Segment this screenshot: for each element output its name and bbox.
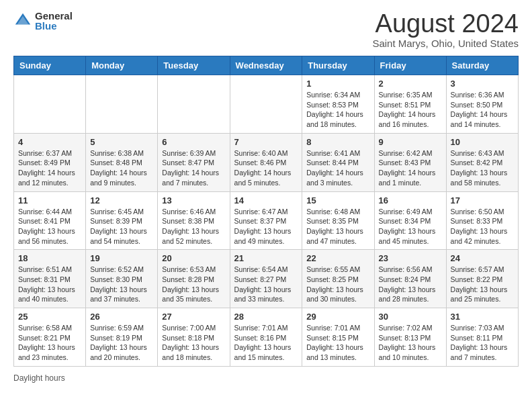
day-info: Sunrise: 6:36 AM Sunset: 8:50 PM Dayligh… <box>451 90 514 130</box>
day-number: 7 <box>234 137 298 147</box>
calendar-cell: 25Sunrise: 6:58 AM Sunset: 8:21 PM Dayli… <box>14 308 86 367</box>
calendar-cell: 1Sunrise: 6:34 AM Sunset: 8:53 PM Daylig… <box>302 75 374 134</box>
calendar-cell: 11Sunrise: 6:44 AM Sunset: 8:41 PM Dayli… <box>14 191 86 250</box>
calendar-cell: 16Sunrise: 6:49 AM Sunset: 8:34 PM Dayli… <box>374 191 446 250</box>
calendar-day-header: Tuesday <box>158 56 230 75</box>
day-info: Sunrise: 7:00 AM Sunset: 8:18 PM Dayligh… <box>162 323 225 363</box>
day-number: 9 <box>379 137 442 147</box>
day-info: Sunrise: 6:41 AM Sunset: 8:44 PM Dayligh… <box>306 148 369 188</box>
day-info: Sunrise: 6:37 AM Sunset: 8:49 PM Dayligh… <box>18 148 81 188</box>
day-info: Sunrise: 6:46 AM Sunset: 8:38 PM Dayligh… <box>162 207 225 246</box>
calendar-cell <box>86 75 158 134</box>
day-number: 29 <box>306 312 369 322</box>
day-number: 28 <box>234 312 298 322</box>
day-number: 31 <box>451 312 514 322</box>
day-info: Sunrise: 6:39 AM Sunset: 8:47 PM Dayligh… <box>162 148 225 188</box>
calendar-cell: 17Sunrise: 6:50 AM Sunset: 8:33 PM Dayli… <box>446 191 518 250</box>
day-number: 23 <box>379 253 442 263</box>
calendar-cell: 8Sunrise: 6:41 AM Sunset: 8:44 PM Daylig… <box>302 133 374 191</box>
calendar-cell: 5Sunrise: 6:38 AM Sunset: 8:48 PM Daylig… <box>86 133 158 191</box>
calendar-day-header: Monday <box>86 56 158 75</box>
calendar-cell: 9Sunrise: 6:42 AM Sunset: 8:43 PM Daylig… <box>374 133 446 191</box>
day-number: 25 <box>18 312 81 322</box>
calendar-cell: 14Sunrise: 6:47 AM Sunset: 8:37 PM Dayli… <box>230 191 302 250</box>
calendar-cell <box>158 75 230 134</box>
calendar-cell: 19Sunrise: 6:52 AM Sunset: 8:30 PM Dayli… <box>86 250 158 308</box>
calendar-cell: 12Sunrise: 6:45 AM Sunset: 8:39 PM Dayli… <box>86 191 158 250</box>
day-number: 27 <box>162 312 225 322</box>
day-info: Sunrise: 6:54 AM Sunset: 8:27 PM Dayligh… <box>234 265 298 304</box>
location: Saint Marys, Ohio, United States <box>372 38 519 49</box>
day-number: 1 <box>306 79 369 89</box>
calendar-week-row: 1Sunrise: 6:34 AM Sunset: 8:53 PM Daylig… <box>14 75 519 134</box>
day-info: Sunrise: 7:02 AM Sunset: 8:13 PM Dayligh… <box>379 323 442 363</box>
logo-general: General <box>35 11 73 21</box>
day-number: 10 <box>451 137 514 147</box>
day-number: 3 <box>451 79 514 89</box>
calendar-cell: 24Sunrise: 6:57 AM Sunset: 8:22 PM Dayli… <box>446 250 518 308</box>
day-number: 14 <box>234 195 298 205</box>
day-number: 5 <box>90 137 153 147</box>
calendar-cell: 4Sunrise: 6:37 AM Sunset: 8:49 PM Daylig… <box>14 133 86 191</box>
day-number: 20 <box>162 253 225 263</box>
day-info: Sunrise: 7:01 AM Sunset: 8:16 PM Dayligh… <box>234 323 298 363</box>
calendar-cell: 27Sunrise: 7:00 AM Sunset: 8:18 PM Dayli… <box>158 308 230 367</box>
logo-blue: Blue <box>35 21 73 31</box>
day-info: Sunrise: 6:53 AM Sunset: 8:28 PM Dayligh… <box>162 265 225 304</box>
calendar-day-header: Saturday <box>446 56 518 75</box>
day-info: Sunrise: 6:44 AM Sunset: 8:41 PM Dayligh… <box>18 207 81 246</box>
calendar-cell: 22Sunrise: 6:55 AM Sunset: 8:25 PM Dayli… <box>302 250 374 308</box>
day-number: 16 <box>379 195 442 205</box>
day-info: Sunrise: 6:50 AM Sunset: 8:33 PM Dayligh… <box>451 207 514 246</box>
footer: Daylight hours <box>13 373 519 383</box>
day-number: 17 <box>451 195 514 205</box>
page-header: General Blue August 2024 Saint Marys, Oh… <box>13 11 519 49</box>
day-number: 22 <box>306 253 369 263</box>
calendar-week-row: 11Sunrise: 6:44 AM Sunset: 8:41 PM Dayli… <box>14 191 519 250</box>
calendar-cell: 13Sunrise: 6:46 AM Sunset: 8:38 PM Dayli… <box>158 191 230 250</box>
day-info: Sunrise: 6:45 AM Sunset: 8:39 PM Dayligh… <box>90 207 153 246</box>
day-number: 26 <box>90 312 153 322</box>
calendar-cell <box>14 75 86 134</box>
day-number: 30 <box>379 312 442 322</box>
calendar-cell: 15Sunrise: 6:48 AM Sunset: 8:35 PM Dayli… <box>302 191 374 250</box>
day-info: Sunrise: 6:48 AM Sunset: 8:35 PM Dayligh… <box>306 207 369 246</box>
calendar-cell: 28Sunrise: 7:01 AM Sunset: 8:16 PM Dayli… <box>230 308 302 367</box>
calendar-cell: 23Sunrise: 6:56 AM Sunset: 8:24 PM Dayli… <box>374 250 446 308</box>
calendar-cell: 7Sunrise: 6:40 AM Sunset: 8:46 PM Daylig… <box>230 133 302 191</box>
calendar-table: SundayMondayTuesdayWednesdayThursdayFrid… <box>13 56 519 367</box>
day-info: Sunrise: 6:56 AM Sunset: 8:24 PM Dayligh… <box>379 265 442 304</box>
day-number: 24 <box>451 253 514 263</box>
day-number: 13 <box>162 195 225 205</box>
calendar-cell: 10Sunrise: 6:43 AM Sunset: 8:42 PM Dayli… <box>446 133 518 191</box>
calendar-cell: 18Sunrise: 6:51 AM Sunset: 8:31 PM Dayli… <box>14 250 86 308</box>
calendar-cell: 30Sunrise: 7:02 AM Sunset: 8:13 PM Dayli… <box>374 308 446 367</box>
day-info: Sunrise: 7:03 AM Sunset: 8:11 PM Dayligh… <box>451 323 514 363</box>
day-info: Sunrise: 6:40 AM Sunset: 8:46 PM Dayligh… <box>234 148 298 188</box>
day-number: 11 <box>18 195 81 205</box>
day-info: Sunrise: 6:34 AM Sunset: 8:53 PM Dayligh… <box>306 90 369 130</box>
day-number: 18 <box>18 253 81 263</box>
day-number: 12 <box>90 195 153 205</box>
calendar-cell: 29Sunrise: 7:01 AM Sunset: 8:15 PM Dayli… <box>302 308 374 367</box>
title-block: August 2024 Saint Marys, Ohio, United St… <box>372 11 519 49</box>
calendar-cell: 3Sunrise: 6:36 AM Sunset: 8:50 PM Daylig… <box>446 75 518 134</box>
day-number: 4 <box>18 137 81 147</box>
day-info: Sunrise: 7:01 AM Sunset: 8:15 PM Dayligh… <box>306 323 369 363</box>
logo-text: General Blue <box>35 11 73 31</box>
calendar-cell: 31Sunrise: 7:03 AM Sunset: 8:11 PM Dayli… <box>446 308 518 367</box>
day-info: Sunrise: 6:57 AM Sunset: 8:22 PM Dayligh… <box>451 265 514 304</box>
calendar-cell: 6Sunrise: 6:39 AM Sunset: 8:47 PM Daylig… <box>158 133 230 191</box>
day-info: Sunrise: 6:49 AM Sunset: 8:34 PM Dayligh… <box>379 207 442 246</box>
month-title: August 2024 <box>372 11 519 36</box>
day-info: Sunrise: 6:52 AM Sunset: 8:30 PM Dayligh… <box>90 265 153 304</box>
calendar-cell: 20Sunrise: 6:53 AM Sunset: 8:28 PM Dayli… <box>158 250 230 308</box>
day-info: Sunrise: 6:38 AM Sunset: 8:48 PM Dayligh… <box>90 148 153 188</box>
day-number: 19 <box>90 253 153 263</box>
day-info: Sunrise: 6:59 AM Sunset: 8:19 PM Dayligh… <box>90 323 153 363</box>
calendar-week-row: 25Sunrise: 6:58 AM Sunset: 8:21 PM Dayli… <box>14 308 519 367</box>
calendar-cell: 2Sunrise: 6:35 AM Sunset: 8:51 PM Daylig… <box>374 75 446 134</box>
day-number: 8 <box>306 137 369 147</box>
day-info: Sunrise: 6:51 AM Sunset: 8:31 PM Dayligh… <box>18 265 81 304</box>
logo-icon <box>13 11 32 30</box>
